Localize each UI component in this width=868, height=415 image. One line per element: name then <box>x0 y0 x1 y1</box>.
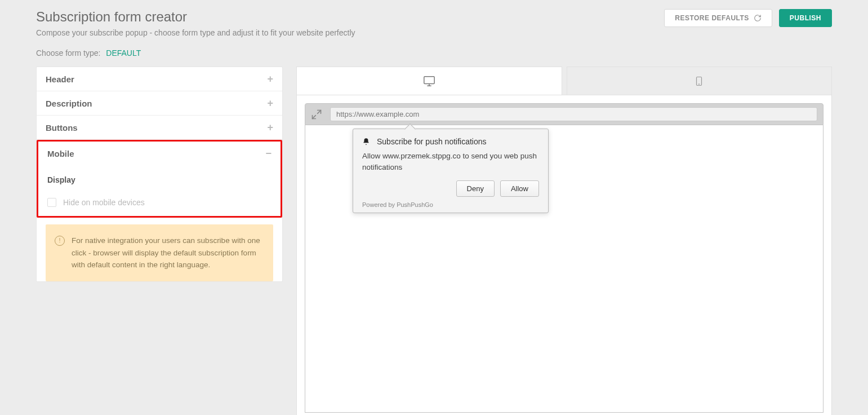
page-subtitle: Compose your subscribe popup - choose fo… <box>36 28 355 37</box>
checkbox-icon <box>47 198 56 207</box>
settings-accordion: Header + Description + Buttons + <box>36 67 283 282</box>
browser-viewport: Subscribe for push notifications Allow w… <box>305 125 824 413</box>
accordion-item-description[interactable]: Description + <box>37 91 282 115</box>
accordion-item-header[interactable]: Header + <box>37 67 282 91</box>
accordion-description-label: Description <box>46 99 92 108</box>
notification-popup: Subscribe for push notifications Allow w… <box>353 129 549 213</box>
restore-defaults-button[interactable]: RESTORE DEFAULTS <box>664 9 772 27</box>
accordion-item-buttons[interactable]: Buttons + <box>37 116 282 139</box>
allow-button[interactable]: Allow <box>500 180 539 197</box>
accordion-mobile-label: Mobile <box>47 149 74 158</box>
hide-on-mobile-checkbox[interactable]: Hide on mobile devices <box>47 198 271 207</box>
publish-button[interactable]: PUBLISH <box>779 9 832 27</box>
bell-icon <box>362 138 370 145</box>
tab-desktop[interactable] <box>296 67 562 95</box>
expand-icon[interactable] <box>311 109 322 120</box>
accordion-header-label: Header <box>46 74 74 84</box>
accordion-item-mobile[interactable]: Mobile − <box>38 142 281 165</box>
plus-icon: + <box>267 74 273 84</box>
notification-title: Subscribe for push notifications <box>377 137 487 146</box>
info-banner: ! For native integration your users can … <box>46 224 273 281</box>
accordion-buttons-label: Buttons <box>46 123 78 133</box>
form-type-label: Choose form type: <box>36 48 100 58</box>
info-banner-text: For native integration your users can su… <box>72 235 263 271</box>
plus-icon: + <box>267 98 273 108</box>
page-title: Subscription form creator <box>36 9 355 25</box>
minus-icon: − <box>265 148 271 158</box>
hide-on-mobile-label: Hide on mobile devices <box>63 198 145 207</box>
desktop-icon <box>422 75 437 87</box>
url-bar[interactable]: https://www.example.com <box>330 107 817 121</box>
svg-line-6 <box>313 115 316 118</box>
tab-mobile[interactable] <box>567 67 833 95</box>
mobile-display-label: Display <box>47 175 271 184</box>
accordion-item-mobile-highlighted: Mobile − Display Hide on mobile devices <box>37 140 282 218</box>
mobile-icon <box>694 74 704 88</box>
publish-label: PUBLISH <box>790 14 821 22</box>
svg-line-5 <box>318 110 321 113</box>
notification-footer: Powered by PushPushGo <box>362 201 539 208</box>
deny-button[interactable]: Deny <box>456 180 495 197</box>
preview-area: https://www.example.com Subscribe for pu… <box>296 95 832 415</box>
restore-defaults-label: RESTORE DEFAULTS <box>675 14 749 22</box>
notification-body: Allow www.przemek.stppg.co to send you w… <box>362 151 539 174</box>
form-type-row: Choose form type: DEFAULT <box>36 48 832 58</box>
info-icon: ! <box>55 236 65 246</box>
form-type-value[interactable]: DEFAULT <box>106 48 141 58</box>
svg-rect-0 <box>424 76 434 83</box>
plus-icon: + <box>267 122 273 133</box>
browser-chrome: https://www.example.com <box>305 103 824 125</box>
notification-pointer <box>404 123 416 135</box>
refresh-icon <box>754 14 762 22</box>
